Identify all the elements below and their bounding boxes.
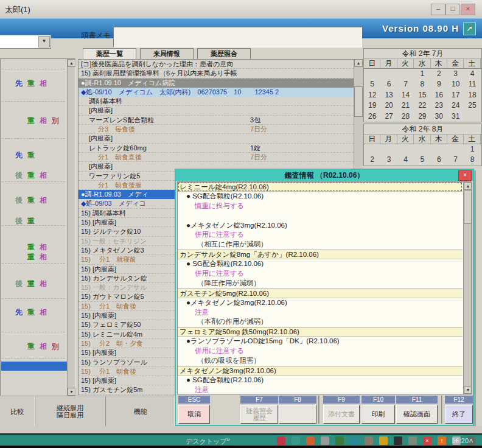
calendar-day[interactable]: 4 [397,155,414,165]
calendar-day[interactable]: 5 [414,155,430,165]
tray-app-7-icon[interactable] [379,436,388,445]
tray-app-5-icon[interactable] [350,436,358,445]
minimize-icon[interactable]: – [431,4,445,15]
終了-button[interactable]: 終了 [445,405,473,424]
calendar-day[interactable]: 5 [364,79,380,89]
list-item[interactable]: [内服薬] [79,106,354,115]
calendar-day[interactable]: 23 [431,100,447,111]
calendar-day[interactable]: 6 [380,79,397,89]
tray-printer-icon[interactable] [321,436,329,445]
calendar-day[interactable]: 4 [464,69,480,79]
継続服用-隔日服用-button[interactable]: 継続服用 隔日服用 [35,396,106,427]
scroll-down-icon[interactable]: ▼ [464,386,472,394]
close-icon[interactable]: × [461,4,475,15]
tray-app-6-icon[interactable] [365,436,373,445]
calendar-day[interactable]: 24 [447,100,464,111]
list-item[interactable]: ●調-R1.09.10 メディコム病院 [79,79,354,88]
list-item[interactable]: [コ]後発医薬品を調剤しなかった理由：患者の意向 [79,60,354,69]
tray-app-4-icon[interactable] [335,436,344,445]
calendar-day[interactable]: 14 [397,90,414,100]
flag-row[interactable]: 重相別 [1,116,66,125]
flag-row[interactable]: 後重 [1,217,66,225]
取消-button[interactable]: 取消 [178,405,210,424]
tray-app-3-icon[interactable] [306,436,315,445]
tray-app-8-icon[interactable] [408,436,417,445]
calendar-day[interactable]: 8 [464,155,480,165]
calendar-day[interactable]: 9 [431,79,447,89]
tray-alert-icon[interactable]: ! [438,436,446,445]
calendar-day[interactable]: 13 [380,90,397,100]
maximize-icon[interactable]: □ [445,4,460,15]
calendar-day[interactable]: 16 [431,90,447,100]
calendar-day[interactable]: 20 [380,100,397,111]
list-item[interactable]: 調剤基本料 [79,97,354,106]
比較-button[interactable]: 比較 [0,396,35,427]
calendar-day[interactable]: 28 [397,111,414,122]
calendar-day[interactable]: 21 [397,100,414,111]
flag-row[interactable]: 重相 [1,243,66,251]
calendar-day[interactable]: 30 [431,111,447,122]
calendar-day[interactable]: 11 [464,79,480,89]
interaction-group-header[interactable]: レミニール錠4mg(R2.10.06) [178,182,463,192]
calendar-day[interactable]: 31 [447,111,464,122]
calendar-day[interactable]: 17 [447,90,464,100]
empty-button[interactable] [279,405,316,424]
calendar-day[interactable]: 1 [464,144,480,155]
機能-button[interactable]: 機能 [106,396,175,427]
patient-select-combo[interactable]: ▼ [0,35,51,49]
tab-raikyoku-joho[interactable]: 来局情報 [140,48,194,60]
flag-row[interactable]: 後重相 [1,196,66,205]
list-item[interactable]: マーズレンS配合顆粒3包 [79,116,354,125]
flag-row[interactable]: 後重相 [1,279,66,288]
list-item[interactable]: 分3 毎食後7日分 [79,125,354,134]
memo-field[interactable] [113,27,362,47]
flag-row[interactable]: 後重相 [1,171,66,180]
calendar-day[interactable]: 8 [414,79,430,89]
interaction-group-header[interactable]: ガスモチン錠5mg(R2.10.06) [178,289,463,298]
flag-row[interactable]: 先重 [1,151,66,159]
scrollbar-thumb[interactable] [464,191,472,224]
flag-row[interactable]: 先重相 [1,79,66,88]
list-item[interactable]: レトラック錠60mg1錠 [79,144,354,153]
calendar-day[interactable]: 1 [414,69,430,79]
dialog-scrollbar[interactable]: ▲ ▼ [463,182,472,394]
印刷-button[interactable]: 印刷 [362,405,395,424]
calendar-day[interactable]: 25 [464,100,480,111]
toolbar-expand-icon[interactable]: » [226,435,230,443]
calendar-day[interactable]: 7 [447,155,464,165]
flag-row[interactable]: 重相 [1,253,66,261]
calendar-day[interactable]: 29 [414,111,430,122]
close-icon[interactable]: × [458,170,472,181]
calendar-day[interactable]: 18 [464,90,480,100]
chevron-down-icon[interactable]: ▼ [38,36,50,47]
calendar-day[interactable]: 26 [364,111,380,122]
list-item[interactable]: 分1 朝食直後7日分 [79,153,354,162]
desktop-toolbar-label[interactable]: デスクトップ [186,437,227,446]
calendar-day[interactable]: 19 [364,100,380,111]
calendar-day[interactable]: 2 [364,155,380,165]
tray-app-1-icon[interactable] [277,436,285,445]
tray-close-box-icon[interactable]: × [423,436,431,445]
scrollbar-thumb[interactable] [354,86,363,117]
tab-yakureki-ichiran[interactable]: 薬歴一覧 [83,48,136,60]
scroll-down-icon[interactable]: ▼ [68,388,75,396]
flag-row[interactable]: 重相別 [1,342,66,351]
calendar-day[interactable]: 7 [397,79,414,89]
interaction-group-header[interactable]: カンデサルタン錠8mg「あすか」(R2.10.06) [178,250,463,259]
list-item[interactable]: [内服薬] [79,134,354,143]
calendar-day[interactable]: 6 [431,155,447,165]
calendar-day[interactable]: 12 [364,90,380,100]
calendar-day[interactable]: 22 [414,100,430,111]
calendar-day[interactable]: 10 [447,79,464,89]
tray-camera-icon[interactable] [394,436,402,445]
interaction-group-header[interactable]: メキタゼノン錠3mg(R2.10.06) [178,366,463,376]
flag-column-scrollbar[interactable]: ▲ ▼ [67,59,75,396]
確認画面-button[interactable]: 確認画面 [396,405,438,424]
dialog-titlebar[interactable]: 鑑査情報 （R02.10.06） × [176,170,473,181]
flag-row[interactable]: 先重相 [1,308,66,317]
calendar-day[interactable]: 15 [414,90,430,100]
list-item[interactable]: ◆処-09/10 メディコム 太郎(内科) 06270375 10 12345 … [79,88,354,97]
calendar-day[interactable]: 3 [447,69,464,79]
scroll-up-icon[interactable]: ▲ [354,59,363,67]
calendar-day[interactable]: 2 [431,69,447,79]
